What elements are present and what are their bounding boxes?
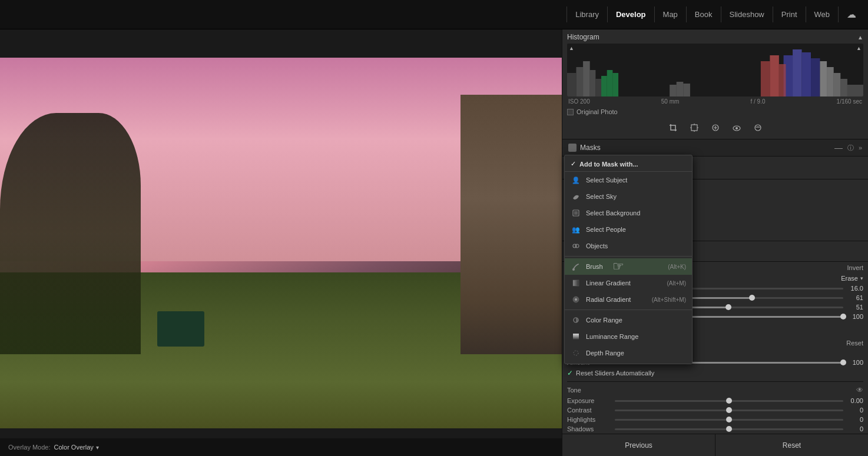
exposure-value: 0.00 (847, 397, 863, 404)
linear-gradient-icon (571, 278, 581, 288)
select-people-item[interactable]: 👥 Select People (565, 221, 692, 238)
crop-icon[interactable] (665, 120, 681, 135)
tree-left (0, 113, 141, 354)
histogram-svg (567, 44, 863, 96)
overlay-mode-label: Overlay Mode: (8, 444, 51, 451)
svg-point-36 (572, 268, 575, 271)
hist-white-point-icon[interactable]: ▲ (856, 45, 862, 51)
nav-items: Library Develop Map Book Slideshow Print… (566, 6, 839, 22)
linear-gradient-item[interactable]: Linear Gradient (Alt+M) (565, 275, 692, 291)
select-people-icon: 👥 (571, 224, 581, 235)
radial-gradient-shortcut: (Alt+Shift+M) (652, 297, 686, 303)
contrast-thumb[interactable] (726, 407, 732, 413)
amount-value: 100 (847, 359, 863, 366)
luminance-range-item[interactable]: Luminance Range (565, 328, 692, 345)
select-background-item[interactable]: Select Background (565, 205, 692, 221)
depth-range-icon (571, 348, 581, 358)
tone-visibility-icon[interactable]: 👁 (856, 386, 863, 394)
objects-label: Objects (586, 242, 686, 249)
invert-label: Invert (847, 264, 863, 271)
masks-controls: — ⓘ » (834, 143, 862, 152)
masking-icon[interactable] (750, 120, 766, 135)
dropdown-header-row: ✓ Add to Mask with... (565, 158, 692, 172)
main-content: Overlay Mode: Color Overlay ▾ Histogram … (0, 29, 868, 456)
density-slider-thumb[interactable] (840, 314, 846, 319)
highlights-slider[interactable] (615, 419, 843, 421)
nav-develop[interactable]: Develop (608, 6, 655, 22)
amount-slider-thumb[interactable] (840, 360, 846, 365)
brush-item[interactable]: Brush (Alt+K) (565, 258, 692, 275)
svg-rect-1 (576, 67, 583, 96)
dropdown-separator-1 (565, 256, 692, 257)
reset-button[interactable]: Reset (715, 434, 868, 456)
svg-rect-11 (811, 58, 820, 96)
exposure-label: Exposure (567, 397, 611, 404)
histogram-title: Histogram (567, 33, 599, 41)
reset-sliders-label: Reset Sliders Automatically (576, 370, 654, 377)
overlay-dropdown-icon[interactable]: ▾ (96, 444, 99, 451)
original-photo-label: Original Photo (577, 108, 618, 115)
contrast-value: 0 (847, 407, 863, 414)
masks-header: Masks — ⓘ » (562, 139, 868, 157)
histogram-collapse-icon[interactable]: ▲ (857, 34, 863, 41)
masks-panel-title: Masks (580, 144, 601, 152)
erase-label: Erase (841, 275, 858, 282)
nav-map[interactable]: Map (655, 6, 687, 22)
redeye-icon[interactable] (729, 120, 744, 135)
erase-controls: Erase ▾ (841, 275, 863, 282)
original-photo-row: Original Photo (567, 107, 863, 117)
masks-panel-icon (568, 144, 577, 152)
shadows-slider[interactable] (615, 428, 843, 430)
select-sky-item[interactable]: Select Sky (565, 188, 692, 205)
brush-menu-label: Brush (586, 263, 668, 270)
feather-value: 61 (847, 294, 863, 301)
objects-icon (571, 241, 581, 251)
nav-library[interactable]: Library (566, 6, 608, 22)
iso-value: ISO 200 (568, 98, 590, 105)
svg-rect-12 (761, 61, 770, 96)
nav-slideshow[interactable]: Slideshow (721, 6, 773, 22)
linear-gradient-shortcut: (Alt+M) (667, 280, 687, 287)
exposure-thumb[interactable] (726, 398, 732, 404)
feather-slider-thumb[interactable] (749, 295, 755, 301)
svg-rect-23 (691, 125, 697, 131)
overlay-mode-value[interactable]: Color Overlay (54, 444, 94, 451)
shadows-label: Shadows (567, 425, 611, 432)
shadows-row: Shadows 0 (567, 424, 863, 434)
nav-web[interactable]: Web (806, 6, 839, 22)
masks-more-icon[interactable]: » (859, 144, 862, 151)
top-navigation: Library Develop Map Book Slideshow Print… (0, 0, 868, 29)
svg-rect-19 (827, 67, 834, 96)
masks-minimize-icon[interactable]: — (834, 143, 843, 152)
highlights-thumb[interactable] (726, 417, 732, 422)
transform-icon[interactable] (687, 120, 702, 135)
add-to-mask-dropdown: ✓ Add to Mask with... 👤 Select Subject S… (564, 155, 693, 364)
nav-book[interactable]: Book (687, 6, 721, 22)
svg-rect-21 (840, 79, 847, 96)
radial-gradient-item[interactable]: Radial Gradient (Alt+Shift+M) (565, 291, 692, 308)
erase-dropdown-icon[interactable]: ▾ (860, 275, 863, 281)
select-background-label: Select Background (586, 209, 686, 217)
heal-icon[interactable] (708, 120, 723, 135)
depth-range-item[interactable]: Depth Range (565, 345, 692, 361)
contrast-slider[interactable] (615, 410, 843, 411)
objects-item[interactable]: Objects (565, 238, 692, 254)
svg-rect-14 (779, 64, 786, 96)
svg-rect-13 (770, 55, 778, 96)
original-photo-checkbox[interactable] (567, 109, 574, 115)
cloud-icon[interactable]: ☁ (847, 9, 856, 20)
reset-link[interactable]: Reset (846, 339, 863, 347)
select-subject-item[interactable]: 👤 Select Subject (565, 172, 692, 188)
section-divider-1 (567, 381, 863, 382)
previous-button[interactable]: Previous (562, 434, 715, 456)
svg-rect-16 (677, 82, 684, 96)
reset-sliders-checkbox[interactable]: ✓ (567, 369, 573, 377)
histogram-header: Histogram ▲ (567, 33, 863, 41)
nav-print[interactable]: Print (773, 6, 806, 22)
flow-slider-thumb[interactable] (725, 304, 731, 310)
exposure-slider[interactable] (615, 400, 843, 402)
color-range-item[interactable]: Color Range (565, 312, 692, 328)
shadows-thumb[interactable] (726, 426, 732, 432)
hist-black-point-icon[interactable]: ▲ (569, 45, 574, 51)
masks-info-icon[interactable]: ⓘ (847, 144, 854, 152)
